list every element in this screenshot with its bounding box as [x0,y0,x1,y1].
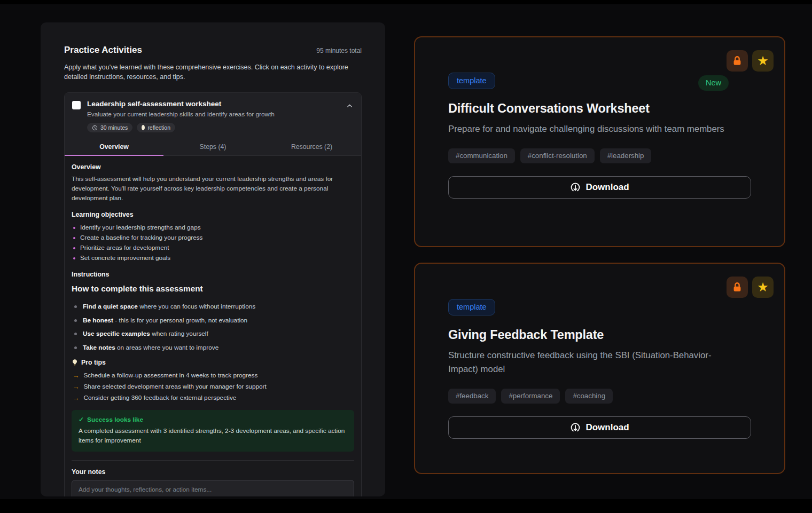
objectives-list: Identify your leadership strengths and g… [72,222,354,263]
instructions-label: Instructions [72,271,354,278]
tab-steps[interactable]: Steps (4) [163,139,262,155]
overview-body: This self-assessment will help you under… [72,175,354,203]
tag: #coaching [565,389,613,404]
pro-tip-text: Schedule a follow-up assessment in 4 wee… [84,372,258,380]
card-title: Giving Feedback Template [448,328,751,342]
bullet-icon [74,333,77,335]
pro-tips-header: Pro tips [72,359,354,367]
instructions-heading: How to complete this assessment [72,284,354,294]
template-badge: template [448,73,495,89]
check-icon: ✓ [79,416,84,423]
overview-heading: Overview [72,163,354,171]
download-button[interactable]: Download [448,176,751,199]
arrow-right-icon: → [73,383,80,391]
activity-header[interactable]: Leadership self-assessment worksheet Eva… [65,93,361,139]
objective-text: Identify your leadership strengths and g… [80,224,201,231]
list-item: Prioritize areas for development [72,243,354,253]
tag-row: #communication #conflict-resolution #lea… [448,148,751,163]
download-button[interactable]: Download [448,416,751,439]
activity-title: Leadership self-assessment worksheet [87,100,339,108]
list-item: Be honest - this is for your personal gr… [72,314,354,327]
pro-tip: →Share selected development areas with y… [72,382,354,393]
tag: #conflict-resolution [520,148,595,163]
card-actions: ★ [727,277,774,298]
collapse-button[interactable] [346,102,354,112]
activity-info: Leadership self-assessment worksheet Eva… [87,100,339,132]
activity-badges: 30 minutes reflection [87,123,339,132]
pro-tip-text: Consider getting 360 feedback for extern… [84,394,237,402]
arrow-right-icon: → [73,394,80,402]
pro-tips-label: Pro tips [81,359,106,366]
panel-header: Practice Activities 95 minutes total [64,45,362,56]
success-title: Success looks like [87,416,143,423]
activity-card: Leadership self-assessment worksheet Eva… [64,92,362,496]
download-label: Download [585,422,629,433]
type-badge-label: reflection [147,124,170,131]
bullet-icon [74,319,77,322]
lock-button[interactable] [727,277,748,298]
objectives-heading: Learning objectives [72,211,354,218]
bullet-icon [74,346,77,349]
chevron-up-icon [346,102,354,110]
instruction-text: Find a quiet space where you can focus w… [83,302,255,311]
instruction-text: Use specific examples when rating yourse… [83,329,208,338]
activity-subtitle: Evaluate your current leadership skills … [87,111,339,118]
new-badge: New [698,75,729,91]
notes-input[interactable] [72,480,354,496]
duration-badge-label: 30 minutes [100,124,128,131]
clock-icon [92,125,98,131]
resource-card-giving-feedback: ★ template Giving Feedback Template Stru… [414,263,785,474]
list-item: Find a quiet space where you can focus w… [72,300,354,313]
bullet-icon [73,227,75,229]
resource-card-difficult-conversations: ★ New template Difficult Conversations W… [414,36,785,247]
download-icon [570,182,581,193]
instruction-text: Take notes on areas where you want to im… [83,343,218,352]
card-description: Prepare for and navigate challenging dis… [448,122,741,136]
tab-resources[interactable]: Resources (2) [262,139,361,155]
list-item: Take notes on areas where you want to im… [72,341,354,354]
pro-tip: →Schedule a follow-up assessment in 4 we… [72,370,354,382]
card-actions: ★ [727,50,774,72]
tag: #feedback [448,389,496,404]
success-criteria-box: ✓ Success looks like A completed assessm… [72,410,354,451]
type-badge: reflection [137,123,175,132]
favorite-button[interactable]: ★ [752,277,774,298]
activity-tabs: Overview Steps (4) Resources (2) [65,139,361,156]
template-badge: template [448,299,495,315]
total-minutes-label: 95 minutes total [316,47,362,54]
tag: #communication [448,148,515,163]
activity-checkbox[interactable] [72,101,81,109]
objective-text: Create a baseline for tracking your prog… [80,234,203,241]
pro-tip-text: Share selected development areas with yo… [84,383,267,391]
arrow-right-icon: → [73,372,80,380]
tag: #performance [501,389,560,404]
panel-description: Apply what you've learned with these com… [64,62,355,82]
list-item: Set concrete improvement goals [72,253,354,263]
bullet-icon [73,247,75,249]
tag: #leadership [600,148,652,163]
practice-activities-panel: Practice Activities 95 minutes total App… [41,22,385,496]
download-label: Download [585,182,629,193]
list-item: Use specific examples when rating yourse… [72,327,354,341]
notes-label: Your notes [72,468,354,476]
divider [72,460,354,461]
reflection-icon [142,125,145,130]
instructions-list: Find a quiet space where you can focus w… [72,300,354,354]
bullet-icon [73,237,75,239]
overview-tab-content: Overview This self-assessment will help … [65,156,361,496]
objective-text: Set concrete improvement goals [80,254,170,262]
card-description: Structure constructive feedback using th… [448,349,741,376]
favorite-button[interactable]: ★ [752,50,774,72]
tag-row: #feedback #performance #coaching [448,389,751,404]
bullet-icon [74,305,77,308]
success-title-row: ✓ Success looks like [79,416,347,423]
list-item: Identify your leadership strengths and g… [72,222,354,232]
objective-text: Prioritize areas for development [80,244,169,251]
star-icon: ★ [757,281,769,294]
duration-badge: 30 minutes [87,123,132,132]
instruction-text: Be honest - this is for your personal gr… [83,316,247,325]
lock-button[interactable] [727,50,748,72]
page-title: Practice Activities [64,45,142,56]
pro-tip: →Consider getting 360 feedback for exter… [72,393,354,404]
tab-overview[interactable]: Overview [65,139,163,155]
